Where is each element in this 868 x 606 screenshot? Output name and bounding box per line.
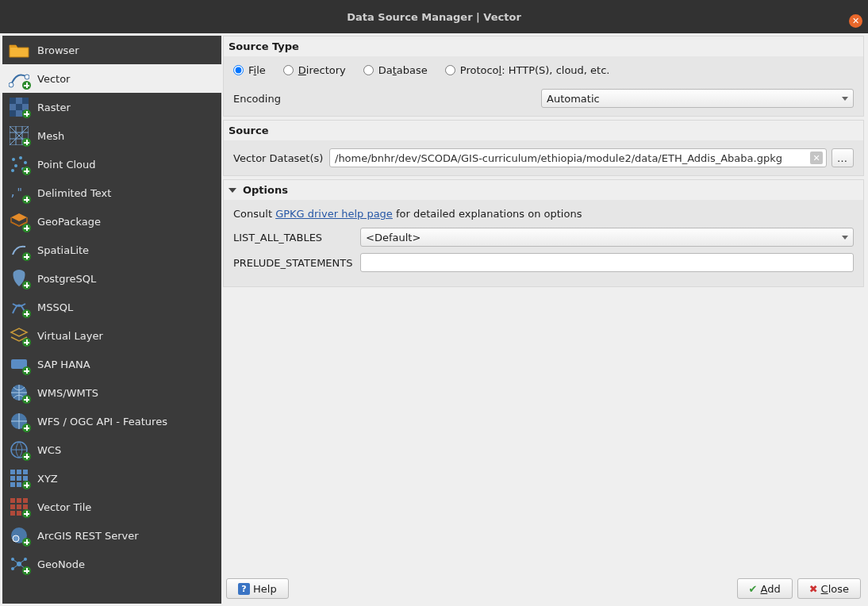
consult-prefix: Consult [233,208,275,220]
sidebar-item-label: Vector Tile [37,501,91,513]
sidebar-item-label: ArcGIS REST Server [37,530,139,542]
svg-rect-37 [17,511,21,516]
svg-rect-28 [17,482,21,487]
sidebar-item-postgresql[interactable]: PostgreSQL [2,264,221,293]
list-all-tables-value: <Default> [366,232,421,244]
question-icon: ? [238,583,250,595]
svg-rect-25 [17,476,21,481]
sidebar-item-browser[interactable]: Browser [2,36,221,64]
mesh-icon [7,125,31,147]
clear-input-icon[interactable]: ✕ [810,152,823,164]
wfs-icon [7,410,31,432]
prelude-input[interactable] [360,253,854,272]
titlebar: Data Source Manager | Vector ✕ [0,0,868,33]
help-button[interactable]: ? Help [226,578,289,599]
source-type-radios: FileDirectoryDatabaseProtocol: HTTP(S), … [233,64,854,76]
xyz-icon [7,467,31,489]
source-type-heading: Source Type [224,36,863,56]
sidebar-item-label: GeoPackage [37,216,101,228]
svg-rect-30 [10,498,15,503]
sidebar-item-wms-wmts[interactable]: WMS/WMTS [2,378,221,407]
sidebar-item-label: Delimited Text [37,187,111,199]
dataset-label: Vector Dataset(s) [233,152,325,164]
vectortile-icon [7,496,31,518]
sidebar-item-label: XYZ [37,473,58,485]
svg-rect-24 [10,476,15,481]
radio-input[interactable] [363,65,374,75]
svg-rect-34 [17,504,21,509]
sidebar-item-label: WCS [37,444,61,456]
sidebar-item-virtual-layer[interactable]: Virtual Layer [2,321,221,350]
window-close-button[interactable]: ✕ [849,14,862,28]
sidebar-item-xyz[interactable]: XYZ [2,464,221,493]
sidebar-item-label: SpatiaLite [37,244,89,256]
source-body: Vector Dataset(s) /home/bnhr/dev/SCODA/G… [224,140,863,175]
sidebar-item-mssql[interactable]: MSSQL [2,293,221,321]
svg-point-11 [24,161,27,164]
driver-help-link[interactable]: GPKG driver help page [275,208,393,220]
radio-input[interactable] [233,65,244,75]
close-label: Close [821,583,849,595]
options-hint: Consult GPKG driver help page for detail… [233,208,854,220]
svg-point-40 [13,535,19,542]
sidebar-item-label: Vector [37,73,70,85]
sidebar-item-wfs-ogc-api-features[interactable]: WFS / OGC API - Features [2,407,221,435]
source-type-radio-file[interactable]: File [233,64,266,76]
source-type-radio-directory[interactable]: Directory [283,64,346,76]
raster-icon [7,96,31,118]
svg-point-12 [14,164,17,167]
sidebar-item-vector-tile[interactable]: Vector Tile [2,493,221,521]
sidebar-item-delimited-text[interactable]: ,"Delimited Text [2,178,221,207]
prelude-row: PRELUDE_STATEMENTS [233,253,854,272]
options-toggle[interactable]: Options [224,180,863,200]
list-all-tables-combo[interactable]: <Default> [360,228,854,247]
sidebar-item-geonode[interactable]: GeoNode [2,550,221,578]
svg-rect-22 [17,470,21,474]
radio-label: Directory [298,64,346,76]
window: Data Source Manager | Vector ✕ BrowserVe… [0,0,868,606]
source-section: Source Vector Dataset(s) /home/bnhr/dev/… [223,120,864,176]
svg-point-14 [11,169,14,172]
spacer [294,578,732,599]
sidebar-item-raster[interactable]: Raster [2,93,221,121]
sidebar-item-wcs[interactable]: WCS [2,435,221,464]
svg-text:,": ," [10,186,23,198]
prelude-label: PRELUDE_STATEMENTS [233,257,354,269]
check-icon: ✔ [749,583,758,595]
add-button[interactable]: ✔ Add [737,578,793,599]
sidebar-item-label: WFS / OGC API - Features [37,416,167,428]
source-type-section: Source Type FileDirectoryDatabaseProtoco… [223,36,864,117]
sidebar-item-label: SAP HANA [37,359,90,370]
svg-rect-6 [10,110,16,117]
source-type-radio-protocol-http-s-cloud-etc-[interactable]: Protocol: HTTP(S), cloud, etc. [445,64,610,76]
sidebar-item-label: WMS/WMTS [37,387,98,399]
browse-button[interactable]: … [832,148,854,167]
sidebar-item-label: PostgreSQL [37,273,96,285]
svg-point-9 [12,158,15,161]
svg-rect-27 [10,482,15,487]
triangle-down-icon [229,188,236,193]
arcgis-icon [7,524,31,547]
encoding-combo[interactable]: Automatic [541,89,854,108]
sidebar-item-vector[interactable]: Vector [2,64,221,93]
sidebar-item-spatialite[interactable]: SpatiaLite [2,236,221,264]
list-all-tables-label: LIST_ALL_TABLES [233,232,354,244]
vector-icon [7,67,31,90]
x-icon: ✖ [809,583,818,595]
sidebar-item-label: GeoNode [37,558,85,570]
sidebar-item-mesh[interactable]: Mesh [2,121,221,150]
close-button[interactable]: ✖ Close [797,578,861,599]
delimited-icon: ," [7,182,31,204]
radio-input[interactable] [283,65,294,75]
body: BrowserVectorRasterMeshPoint Cloud,"Deli… [0,33,868,606]
sidebar-item-point-cloud[interactable]: Point Cloud [2,150,221,178]
sidebar-item-geopackage[interactable]: GeoPackage [2,207,221,236]
sidebar-item-sap-hana[interactable]: SAP HANA [2,350,221,378]
svg-rect-3 [10,98,16,104]
source-type-radio-database[interactable]: Database [363,64,428,76]
folder-icon [7,39,31,61]
dataset-input[interactable]: /home/bnhr/dev/SCODA/GIS-curriculum/ethi… [329,148,827,167]
sidebar-item-arcgis-rest-server[interactable]: ArcGIS REST Server [2,521,221,550]
virtuallayer-icon [7,324,31,347]
radio-input[interactable] [445,65,455,75]
